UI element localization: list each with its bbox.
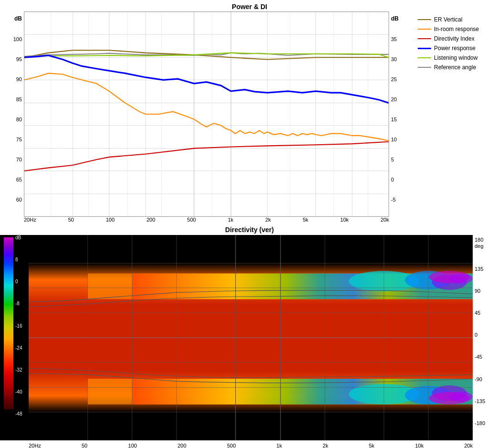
legend-power-response: Power response (418, 45, 499, 52)
y-label-db-top: dB (14, 15, 22, 22)
y-dir-45: 45 (475, 310, 499, 316)
y-right-0: 0 (391, 177, 394, 182)
main-container: Power & DI dB 100 95 90 85 80 75 70 65 6… (0, 0, 499, 448)
top-chart-container: Power & DI dB 100 95 90 85 80 75 70 65 6… (0, 0, 499, 224)
legend-di-label: Directivity Index (434, 35, 475, 42)
y-right-10: 10 (391, 137, 397, 142)
cs-label-neg40: -40 (15, 389, 22, 395)
svg-point-56 (449, 392, 473, 402)
bottom-chart-title: Directivity (ver) (0, 224, 499, 235)
dir-chart-svg (29, 235, 473, 440)
y-axis-right-top: dB 35 30 25 20 15 10 5 0 -5 (389, 11, 413, 217)
y-tick-65: 65 (16, 177, 22, 182)
y-tick-85: 85 (16, 96, 22, 102)
y-tick-70: 70 (16, 157, 22, 162)
bx-10k: 10k (415, 443, 423, 448)
bx-20hz: 20Hz (29, 443, 41, 448)
y-tick-90: 90 (16, 76, 22, 82)
cs-label-0: 0 (15, 279, 22, 284)
bx-100: 100 (128, 443, 137, 448)
bottom-chart-container: Directivity (ver) dB 8 0 -8 -16 -24 -32 … (0, 224, 499, 448)
colorscale-visual (4, 237, 13, 409)
cs-label-neg24: -24 (15, 345, 22, 351)
chart-area-top (24, 11, 389, 217)
y-tick-95: 95 (16, 56, 22, 62)
y-axis-right-dir: 180deg 135 90 45 0 -45 -90 -135 -180 (473, 235, 499, 440)
y-dir-neg90: -90 (475, 376, 499, 382)
y-tick-80: 80 (16, 117, 22, 122)
y-tick-75: 75 (16, 137, 22, 142)
bottom-x-axis: 20Hz 50 100 200 500 1k 2k 5k 10k 20k (0, 440, 499, 448)
legend-lw-label: Listening window (434, 54, 477, 61)
colorscale-labels: dB 8 0 -8 -16 -24 -32 -40 -48 (15, 235, 22, 416)
y-right-15: 15 (391, 117, 397, 122)
y-dir-180deg: 180deg (475, 237, 499, 249)
legend-di-line (418, 38, 431, 39)
y-right-neg5: -5 (391, 197, 396, 203)
cs-label-neg48: -48 (15, 411, 22, 416)
legend-area: ER Vertical In-room response Directivity… (413, 11, 499, 217)
y-right-20: 20 (391, 96, 397, 102)
legend-in-room-label: In-room response (434, 26, 479, 32)
y-right-30: 30 (391, 56, 397, 62)
y-dir-neg135: -135 (475, 398, 499, 404)
cs-label-8: 8 (15, 257, 22, 262)
legend-in-room-line (418, 29, 431, 30)
y-dir-135: 135 (475, 266, 499, 272)
y-right-label-db: dB (391, 15, 399, 22)
y-dir-neg180: -180 (475, 420, 499, 426)
cs-label-neg8: -8 (15, 301, 22, 306)
legend-power-label: Power response (434, 45, 476, 52)
bx-500: 500 (227, 443, 236, 448)
cs-label-neg16: -16 (15, 323, 22, 329)
svg-rect-39 (29, 412, 473, 440)
colorscale-container: dB 8 0 -8 -16 -24 -32 -40 -48 (0, 235, 29, 440)
legend-power-line (418, 48, 431, 49)
bx-20k: 20k (464, 443, 473, 448)
bx-1k: 1k (276, 443, 282, 448)
dir-chart-area (29, 235, 473, 440)
y-tick-60: 60 (16, 197, 22, 203)
legend-listening-window: Listening window (418, 54, 499, 61)
top-chart-title: Power & DI (0, 0, 499, 11)
svg-rect-10 (24, 12, 389, 216)
legend-reference-angle: Reference angle (418, 64, 499, 71)
y-right-25: 25 (391, 76, 397, 82)
legend-er-vertical: ER Vertical (418, 16, 499, 23)
y-right-5: 5 (391, 157, 394, 162)
y-dir-neg45: -45 (475, 354, 499, 360)
cs-label-db: dB (15, 235, 22, 240)
legend-in-room: In-room response (418, 26, 499, 32)
top-chart-inner: dB 100 95 90 85 80 75 70 65 60 (0, 11, 499, 217)
legend-di: Directivity Index (418, 35, 499, 42)
y-right-35: 35 (391, 36, 397, 42)
cs-label-neg32: -32 (15, 367, 22, 373)
legend-er-vertical-line (418, 19, 431, 20)
svg-point-54 (449, 274, 473, 284)
bx-5k: 5k (369, 443, 375, 448)
bx-50: 50 (82, 443, 87, 448)
svg-rect-38 (29, 235, 473, 263)
y-dir-90: 90 (475, 288, 499, 294)
y-axis-left: dB 100 95 90 85 80 75 70 65 60 (0, 11, 24, 217)
legend-ref-line (418, 67, 431, 68)
y-dir-0: 0 (475, 332, 499, 338)
bottom-chart-inner: dB 8 0 -8 -16 -24 -32 -40 -48 (0, 235, 499, 440)
legend-er-vertical-label: ER Vertical (434, 16, 462, 23)
legend-lw-line (418, 57, 431, 58)
bx-200: 200 (177, 443, 186, 448)
legend-ref-label: Reference angle (434, 64, 476, 71)
bx-2k: 2k (323, 443, 328, 448)
y-tick-100: 100 (13, 36, 22, 42)
top-chart-svg (24, 12, 389, 216)
